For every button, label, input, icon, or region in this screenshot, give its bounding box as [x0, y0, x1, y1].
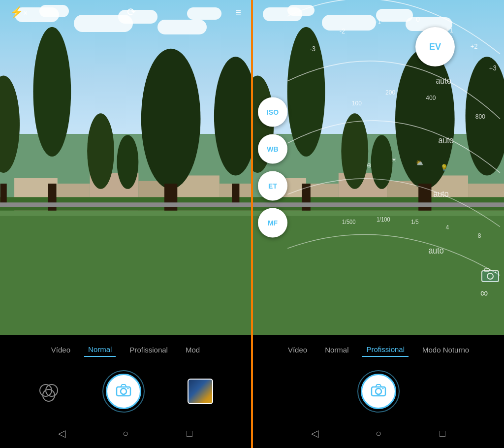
- scene-left: [0, 0, 251, 335]
- svg-point-15: [214, 57, 251, 175]
- svg-point-25: [127, 387, 129, 389]
- svg-text:-3: -3: [310, 45, 315, 53]
- right-panel: ISO WB ET MF EV: [253, 0, 504, 448]
- svg-text:1/100: 1/100: [377, 216, 390, 223]
- panel-divider: [251, 0, 253, 448]
- svg-text:+2: +2: [471, 42, 478, 50]
- top-icons-bar-left: ⚡× ⟳ ≡: [0, 0, 251, 25]
- home-nav-right[interactable]: ○: [369, 423, 388, 443]
- flash-off-icon[interactable]: ⚡×: [10, 6, 28, 19]
- nav-bar-left: ◁ ○ □: [0, 418, 251, 448]
- menu-icon[interactable]: ≡: [235, 7, 241, 18]
- svg-rect-23: [117, 387, 130, 396]
- shutter-button-right[interactable]: [361, 374, 396, 409]
- svg-text:0: 0: [416, 15, 420, 23]
- pro-controls-panel: ISO WB ET MF: [258, 97, 287, 238]
- recents-nav-right[interactable]: □: [433, 423, 452, 443]
- svg-text:1/500: 1/500: [342, 219, 356, 225]
- svg-text:∞: ∞: [480, 286, 488, 299]
- iso-button[interactable]: ISO: [258, 97, 287, 127]
- mode-professional-right[interactable]: Profissional: [362, 343, 409, 357]
- nav-bar-right: ◁ ○ □: [253, 418, 504, 448]
- rotate-camera-icon[interactable]: ⟳: [127, 6, 136, 19]
- wb-button[interactable]: WB: [258, 134, 287, 164]
- controls-bar-right: [253, 364, 504, 418]
- svg-text:+3: +3: [489, 64, 497, 72]
- svg-point-76: [382, 387, 384, 389]
- mode-professional-left[interactable]: Profissional: [126, 343, 172, 356]
- svg-text:1/5: 1/5: [411, 219, 418, 225]
- mode-noturno-right[interactable]: Modo Noturno: [418, 343, 473, 356]
- svg-point-75: [376, 388, 381, 394]
- svg-text:⛅: ⛅: [416, 159, 423, 167]
- svg-text:💡: 💡: [441, 164, 448, 172]
- recents-nav-left[interactable]: □: [180, 423, 199, 443]
- camera-box-icon: [481, 268, 499, 285]
- svg-point-73: [495, 272, 497, 273]
- back-nav-right[interactable]: ◁: [305, 423, 324, 443]
- left-viewfinder: ⚡× ⟳ ≡: [0, 0, 251, 335]
- svg-text:⊕: ⊕: [367, 162, 372, 169]
- svg-rect-71: [484, 269, 489, 271]
- svg-text:auto: auto: [438, 135, 453, 145]
- svg-text:-1: -1: [376, 18, 381, 26]
- svg-point-11: [33, 27, 71, 157]
- svg-text:auto: auto: [433, 190, 448, 199]
- back-nav-left[interactable]: ◁: [52, 423, 71, 443]
- et-button[interactable]: ET: [258, 171, 287, 201]
- svg-rect-14: [0, 184, 7, 205]
- mode-bar-left: Vídeo Normal Profissional Mod: [0, 335, 251, 364]
- mode-normal-right[interactable]: Normal: [321, 343, 352, 356]
- svg-text:auto: auto: [428, 246, 443, 256]
- svg-rect-16: [232, 184, 239, 205]
- svg-point-17: [87, 113, 114, 189]
- svg-point-13: [0, 76, 20, 173]
- home-nav-left[interactable]: ○: [116, 423, 135, 443]
- svg-text:☀: ☀: [391, 157, 397, 164]
- svg-text:8: 8: [478, 232, 481, 239]
- svg-text:200: 200: [385, 89, 395, 96]
- camera-shutter-icon-right: [371, 382, 386, 401]
- mode-normal-left[interactable]: Normal: [84, 343, 116, 357]
- mode-video-left[interactable]: Vídeo: [47, 343, 74, 356]
- shutter-button-left[interactable]: [106, 374, 141, 409]
- svg-text:auto: auto: [436, 76, 451, 86]
- camera-shutter-icon-left: [116, 382, 131, 401]
- controls-bar-left: [0, 364, 251, 418]
- svg-rect-74: [372, 387, 385, 396]
- mode-video-right[interactable]: Vídeo: [284, 343, 311, 356]
- svg-text:800: 800: [475, 113, 485, 121]
- filter-icon-left[interactable]: [38, 381, 60, 402]
- svg-point-9: [141, 49, 201, 189]
- svg-text:400: 400: [426, 94, 436, 101]
- svg-text:100: 100: [352, 99, 362, 107]
- right-viewfinder: ISO WB ET MF EV: [253, 0, 504, 335]
- dial-overlay: -3 -2 -1 0 +1 +2 +3 auto 100 200 400 800…: [253, 0, 504, 335]
- svg-point-18: [117, 135, 138, 189]
- left-panel: ⚡× ⟳ ≡ Vídeo Normal Profissional Mod: [0, 0, 251, 448]
- svg-text:-2: -2: [340, 27, 346, 35]
- svg-point-24: [121, 388, 126, 394]
- mode-mod-left[interactable]: Mod: [182, 343, 204, 356]
- svg-text:4: 4: [446, 224, 449, 231]
- gallery-thumbnail-left[interactable]: [188, 379, 213, 404]
- mode-bar-right: Vídeo Normal Profissional Modo Noturno: [253, 335, 504, 364]
- svg-rect-19: [0, 202, 251, 207]
- mf-button[interactable]: MF: [258, 208, 287, 238]
- svg-rect-0: [0, 211, 251, 335]
- ev-button[interactable]: EV: [415, 27, 455, 66]
